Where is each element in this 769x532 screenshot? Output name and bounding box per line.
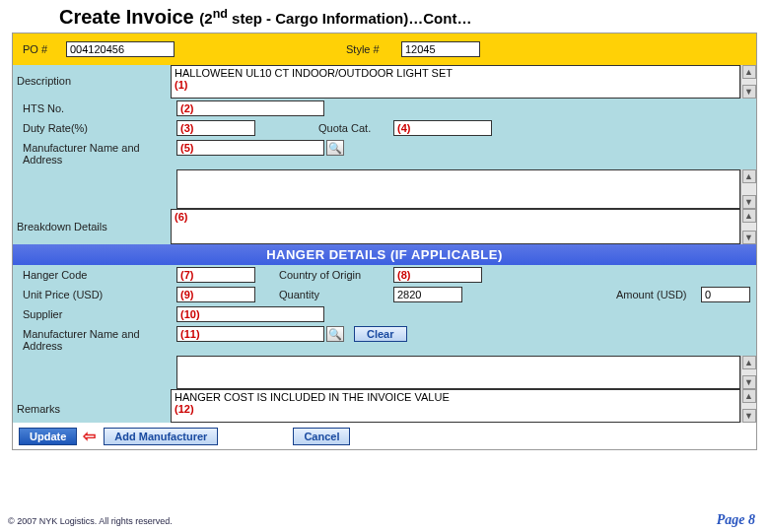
clear-button[interactable]: Clear <box>354 326 407 342</box>
hanger-manufacturer-label: Manufacturer Name and Address <box>19 326 176 354</box>
scroll-up-icon[interactable]: ▲ <box>742 356 756 369</box>
hanger-manufacturer-input[interactable]: (11) <box>176 326 324 342</box>
manufacturer-lookup-icon[interactable]: 🔍 <box>326 140 344 156</box>
scroll-up-icon[interactable]: ▲ <box>742 209 756 223</box>
scroll-down-icon[interactable]: ▼ <box>742 85 756 99</box>
style-label: Style # <box>342 41 401 57</box>
description-textarea[interactable]: HALLOWEEN UL10 CT INDOOR/OUTDOOR LIGHT S… <box>171 65 740 99</box>
amount-input[interactable] <box>701 287 750 302</box>
hts-input[interactable]: (2) <box>176 100 324 116</box>
quantity-label: Quantity <box>275 287 393 302</box>
amount-label: Amount (USD) <box>612 287 701 302</box>
hanger-manufacturer-lookup-icon[interactable]: 🔍 <box>326 326 344 342</box>
breakdown-label: Breakdown Details <box>13 209 171 244</box>
supplier-input[interactable]: (10) <box>176 306 324 322</box>
style-input[interactable] <box>401 41 480 57</box>
country-origin-label: Country of Origin <box>275 267 393 283</box>
scroll-up-icon[interactable]: ▲ <box>742 65 756 79</box>
duty-rate-input[interactable]: (3) <box>176 120 255 136</box>
hanger-section-header: HANGER DETAILS (IF APPLICABLE) <box>13 244 756 265</box>
hanger-manufacturer-scrollbar[interactable]: ▲ ▼ <box>740 356 756 389</box>
invoice-form: PO # Style # Description HALLOWEEN UL10 … <box>12 33 757 450</box>
description-mark: (1) <box>175 79 187 91</box>
scroll-up-icon[interactable]: ▲ <box>742 169 756 183</box>
po-label: PO # <box>19 41 66 57</box>
quota-cat-input[interactable]: (4) <box>393 120 492 136</box>
scroll-up-icon[interactable]: ▲ <box>742 389 756 403</box>
scroll-down-icon[interactable]: ▼ <box>742 375 756 389</box>
hts-label: HTS No. <box>19 100 176 116</box>
description-scrollbar[interactable]: ▲ ▼ <box>740 65 756 99</box>
scroll-down-icon[interactable]: ▼ <box>742 231 756 244</box>
quantity-input[interactable] <box>393 287 462 302</box>
remarks-value: HANGER COST IS INCLUDED IN THE INVOICE V… <box>175 391 450 403</box>
supplier-label: Supplier <box>19 306 176 322</box>
title-main: Create Invoice <box>59 6 199 28</box>
add-manufacturer-button[interactable]: Add Manufacturer <box>104 428 218 445</box>
hanger-code-input[interactable]: (7) <box>176 267 255 283</box>
remarks-label: Remarks <box>13 389 171 423</box>
footer-copyright: © 2007 NYK Logistics. All rights reserve… <box>8 516 173 526</box>
duty-rate-label: Duty Rate(%) <box>19 120 176 136</box>
description-value: HALLOWEEN UL10 CT INDOOR/OUTDOOR LIGHT S… <box>175 67 453 79</box>
manufacturer-scrollbar[interactable]: ▲ ▼ <box>740 169 756 209</box>
remarks-scrollbar[interactable]: ▲ ▼ <box>740 389 756 423</box>
title-sub: (2nd step - Cargo Information)…Cont… <box>199 10 471 27</box>
page-title: Create Invoice (2nd step - Cargo Informa… <box>0 0 769 33</box>
hanger-code-label: Hanger Code <box>19 267 176 283</box>
breakdown-scrollbar[interactable]: ▲ ▼ <box>740 209 756 244</box>
unit-price-label: Unit Price (USD) <box>19 287 176 302</box>
remarks-textarea[interactable]: HANGER COST IS INCLUDED IN THE INVOICE V… <box>171 389 740 423</box>
country-origin-input[interactable]: (8) <box>393 267 482 283</box>
manufacturer-label: Manufacturer Name and Address <box>19 140 176 167</box>
scroll-down-icon[interactable]: ▼ <box>742 195 756 209</box>
arrow-left-icon: ⇦ <box>83 427 96 445</box>
manufacturer-input[interactable]: (5) <box>176 140 324 156</box>
breakdown-textarea[interactable]: (6) <box>171 209 740 244</box>
unit-price-input[interactable]: (9) <box>176 287 255 302</box>
description-label: Description <box>13 65 171 89</box>
page-number: Page 8 <box>717 512 755 528</box>
scroll-down-icon[interactable]: ▼ <box>742 409 756 423</box>
po-header-row: PO # Style # <box>13 33 756 65</box>
quota-cat-label: Quota Cat. <box>315 120 393 136</box>
remarks-mark: (12) <box>175 403 194 415</box>
po-input[interactable] <box>66 41 175 57</box>
update-button[interactable]: Update <box>19 428 77 445</box>
hanger-manufacturer-address-textarea[interactable] <box>176 356 740 389</box>
manufacturer-address-textarea[interactable] <box>176 169 740 209</box>
cancel-button[interactable]: Cancel <box>293 428 350 445</box>
